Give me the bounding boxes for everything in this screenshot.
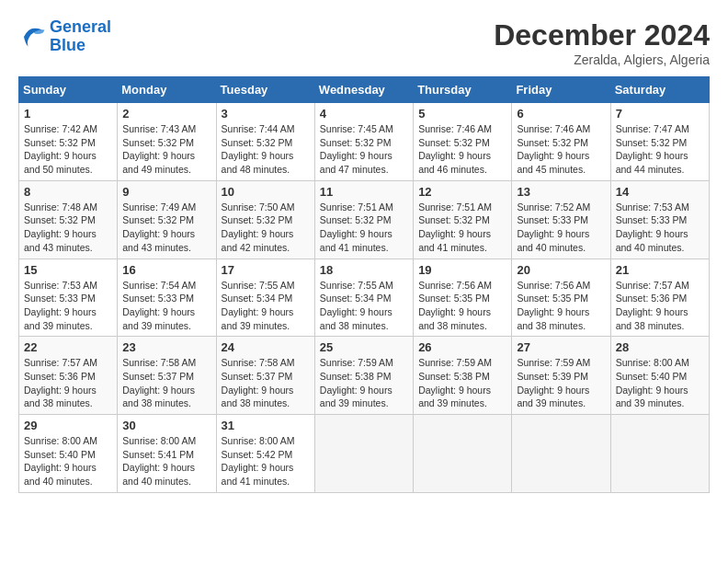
calendar-cell: 20 Sunrise: 7:56 AM Sunset: 5:35 PM Dayl… <box>512 259 610 337</box>
days-of-week-row: SundayMondayTuesdayWednesdayThursdayFrid… <box>19 77 710 103</box>
calendar-cell: 15 Sunrise: 7:53 AM Sunset: 5:33 PM Dayl… <box>19 259 118 337</box>
day-number: 10 <box>222 185 310 199</box>
calendar-cell: 22 Sunrise: 7:57 AM Sunset: 5:36 PM Dayl… <box>19 337 118 415</box>
calendar-cell: 26 Sunrise: 7:59 AM Sunset: 5:38 PM Dayl… <box>414 337 512 415</box>
day-info: Sunrise: 7:58 AM Sunset: 5:37 PM Dayligh… <box>222 356 310 410</box>
day-info: Sunrise: 7:51 AM Sunset: 5:32 PM Dayligh… <box>320 201 408 255</box>
day-info: Sunrise: 8:00 AM Sunset: 5:42 PM Dayligh… <box>222 434 310 488</box>
day-of-week-header: Friday <box>512 77 610 103</box>
day-number: 30 <box>122 419 210 432</box>
calendar-cell: 1 Sunrise: 7:42 AM Sunset: 5:32 PM Dayli… <box>19 103 118 181</box>
logo: General Blue <box>18 18 111 55</box>
day-info: Sunrise: 7:47 AM Sunset: 5:32 PM Dayligh… <box>616 122 704 177</box>
logo-line1: General <box>50 17 111 36</box>
calendar-cell <box>314 415 413 493</box>
calendar-cell: 9 Sunrise: 7:49 AM Sunset: 5:32 PM Dayli… <box>118 180 216 259</box>
day-number: 17 <box>222 263 310 277</box>
day-info: Sunrise: 7:48 AM Sunset: 5:32 PM Dayligh… <box>24 201 112 255</box>
day-of-week-header: Wednesday <box>314 77 413 103</box>
day-number: 18 <box>320 263 408 277</box>
page-header: General Blue December 2024 Zeralda, Algi… <box>18 18 710 67</box>
day-info: Sunrise: 7:45 AM Sunset: 5:32 PM Dayligh… <box>320 122 408 177</box>
day-info: Sunrise: 8:00 AM Sunset: 5:40 PM Dayligh… <box>24 434 112 488</box>
calendar-body: 1 Sunrise: 7:42 AM Sunset: 5:32 PM Dayli… <box>19 103 710 493</box>
day-number: 19 <box>418 263 506 277</box>
calendar-cell: 13 Sunrise: 7:52 AM Sunset: 5:33 PM Dayl… <box>512 180 610 259</box>
calendar-cell <box>610 415 709 493</box>
day-of-week-header: Saturday <box>610 77 709 103</box>
calendar-cell: 21 Sunrise: 7:57 AM Sunset: 5:36 PM Dayl… <box>610 259 709 337</box>
day-info: Sunrise: 7:50 AM Sunset: 5:32 PM Dayligh… <box>222 201 310 255</box>
logo-bird-icon <box>18 23 46 51</box>
day-number: 3 <box>222 107 310 121</box>
day-info: Sunrise: 7:52 AM Sunset: 5:33 PM Dayligh… <box>517 201 605 255</box>
calendar-cell: 19 Sunrise: 7:56 AM Sunset: 5:35 PM Dayl… <box>414 259 512 337</box>
day-number: 13 <box>517 185 605 199</box>
calendar-cell: 2 Sunrise: 7:43 AM Sunset: 5:32 PM Dayli… <box>118 103 216 181</box>
day-number: 31 <box>222 419 310 432</box>
calendar-cell: 6 Sunrise: 7:46 AM Sunset: 5:32 PM Dayli… <box>512 103 610 181</box>
calendar-cell: 3 Sunrise: 7:44 AM Sunset: 5:32 PM Dayli… <box>216 103 314 181</box>
calendar-cell: 28 Sunrise: 8:00 AM Sunset: 5:40 PM Dayl… <box>610 337 709 415</box>
calendar-cell: 31 Sunrise: 8:00 AM Sunset: 5:42 PM Dayl… <box>216 415 314 493</box>
day-info: Sunrise: 7:56 AM Sunset: 5:35 PM Dayligh… <box>418 279 506 333</box>
calendar-week-row: 29 Sunrise: 8:00 AM Sunset: 5:40 PM Dayl… <box>19 415 710 493</box>
day-number: 25 <box>320 340 408 354</box>
day-number: 7 <box>616 107 704 121</box>
calendar-cell <box>414 415 512 493</box>
day-info: Sunrise: 8:00 AM Sunset: 5:40 PM Dayligh… <box>616 356 704 410</box>
day-number: 2 <box>122 107 210 121</box>
day-info: Sunrise: 7:59 AM Sunset: 5:38 PM Dayligh… <box>320 356 408 410</box>
day-info: Sunrise: 7:42 AM Sunset: 5:32 PM Dayligh… <box>24 122 112 177</box>
day-number: 4 <box>320 107 408 121</box>
day-info: Sunrise: 7:55 AM Sunset: 5:34 PM Dayligh… <box>320 279 408 333</box>
day-info: Sunrise: 7:58 AM Sunset: 5:37 PM Dayligh… <box>122 356 210 410</box>
calendar-cell: 16 Sunrise: 7:54 AM Sunset: 5:33 PM Dayl… <box>118 259 216 337</box>
logo-text: General Blue <box>50 18 111 55</box>
day-number: 11 <box>320 185 408 199</box>
day-number: 23 <box>122 340 210 354</box>
day-info: Sunrise: 7:56 AM Sunset: 5:35 PM Dayligh… <box>517 279 605 333</box>
calendar-cell: 29 Sunrise: 8:00 AM Sunset: 5:40 PM Dayl… <box>19 415 118 493</box>
day-info: Sunrise: 7:49 AM Sunset: 5:32 PM Dayligh… <box>122 201 210 255</box>
day-info: Sunrise: 7:53 AM Sunset: 5:33 PM Dayligh… <box>24 279 112 333</box>
day-number: 6 <box>517 107 605 121</box>
logo-line2: Blue <box>50 36 85 54</box>
day-number: 28 <box>616 340 704 354</box>
day-info: Sunrise: 7:55 AM Sunset: 5:34 PM Dayligh… <box>222 279 310 333</box>
day-number: 21 <box>616 263 704 277</box>
day-info: Sunrise: 7:46 AM Sunset: 5:32 PM Dayligh… <box>418 122 506 177</box>
day-number: 16 <box>122 263 210 277</box>
day-number: 24 <box>222 340 310 354</box>
calendar-cell: 18 Sunrise: 7:55 AM Sunset: 5:34 PM Dayl… <box>314 259 413 337</box>
calendar-table: SundayMondayTuesdayWednesdayThursdayFrid… <box>18 76 710 493</box>
calendar-cell: 25 Sunrise: 7:59 AM Sunset: 5:38 PM Dayl… <box>314 337 413 415</box>
calendar-cell: 8 Sunrise: 7:48 AM Sunset: 5:32 PM Dayli… <box>19 180 118 259</box>
day-number: 22 <box>24 340 112 354</box>
calendar-cell: 7 Sunrise: 7:47 AM Sunset: 5:32 PM Dayli… <box>610 103 709 181</box>
day-of-week-header: Monday <box>118 77 216 103</box>
day-info: Sunrise: 8:00 AM Sunset: 5:41 PM Dayligh… <box>122 434 210 488</box>
day-number: 9 <box>122 185 210 199</box>
day-info: Sunrise: 7:57 AM Sunset: 5:36 PM Dayligh… <box>24 356 112 410</box>
calendar-cell: 11 Sunrise: 7:51 AM Sunset: 5:32 PM Dayl… <box>314 180 413 259</box>
calendar-cell: 10 Sunrise: 7:50 AM Sunset: 5:32 PM Dayl… <box>216 180 314 259</box>
day-info: Sunrise: 7:53 AM Sunset: 5:33 PM Dayligh… <box>616 201 704 255</box>
calendar-week-row: 8 Sunrise: 7:48 AM Sunset: 5:32 PM Dayli… <box>19 180 710 259</box>
day-info: Sunrise: 7:44 AM Sunset: 5:32 PM Dayligh… <box>222 122 310 177</box>
location: Zeralda, Algiers, Algeria <box>494 52 710 67</box>
calendar-week-row: 22 Sunrise: 7:57 AM Sunset: 5:36 PM Dayl… <box>19 337 710 415</box>
day-of-week-header: Thursday <box>414 77 512 103</box>
calendar-week-row: 15 Sunrise: 7:53 AM Sunset: 5:33 PM Dayl… <box>19 259 710 337</box>
day-number: 15 <box>24 263 112 277</box>
calendar-cell: 24 Sunrise: 7:58 AM Sunset: 5:37 PM Dayl… <box>216 337 314 415</box>
day-of-week-header: Sunday <box>19 77 118 103</box>
day-info: Sunrise: 7:43 AM Sunset: 5:32 PM Dayligh… <box>122 122 210 177</box>
day-info: Sunrise: 7:51 AM Sunset: 5:32 PM Dayligh… <box>418 201 506 255</box>
calendar-cell: 5 Sunrise: 7:46 AM Sunset: 5:32 PM Dayli… <box>414 103 512 181</box>
day-number: 5 <box>418 107 506 121</box>
calendar-cell: 30 Sunrise: 8:00 AM Sunset: 5:41 PM Dayl… <box>118 415 216 493</box>
day-info: Sunrise: 7:59 AM Sunset: 5:38 PM Dayligh… <box>418 356 506 410</box>
day-info: Sunrise: 7:57 AM Sunset: 5:36 PM Dayligh… <box>616 279 704 333</box>
title-block: December 2024 Zeralda, Algiers, Algeria <box>494 18 710 67</box>
